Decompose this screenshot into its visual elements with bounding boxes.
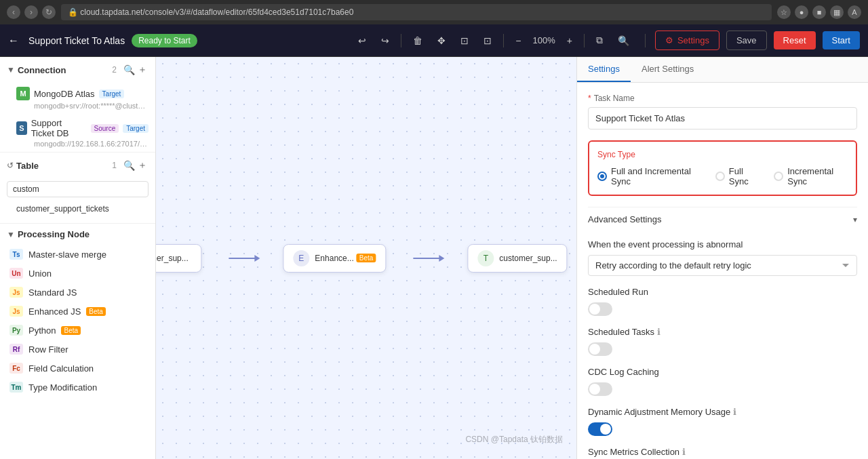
event-processing-select[interactable]: Retry according to the default retry log…: [588, 255, 857, 276]
advanced-chevron-icon: ▾: [853, 215, 857, 224]
reset-button[interactable]: Reset: [774, 31, 816, 49]
flow-node-enhance[interactable]: E Enhance... Beta: [283, 244, 386, 273]
profile-icon[interactable]: A: [848, 5, 861, 19]
task-name-field: * Task Name: [588, 94, 857, 129]
zoom-fit-button[interactable]: ⊡: [477, 32, 498, 49]
processing-item-field-calc[interactable]: Fc Field Calculation: [0, 359, 155, 378]
target-node-label: customer_sup...: [499, 254, 557, 263]
ext1-icon[interactable]: ●: [795, 5, 808, 19]
table-search-input[interactable]: [7, 181, 149, 197]
zoom-level: 100%: [530, 35, 558, 45]
address-bar[interactable]: 🔒 cloud.tapdata.net/console/v3/#/dataflo…: [61, 4, 772, 20]
canvas-area[interactable]: S ner_sup... E Enhance... Beta T custome…: [156, 57, 576, 459]
undo-button[interactable]: ↩: [352, 32, 372, 49]
field-calc-badge: Fc: [9, 363, 23, 374]
scheduled-tasks-toggle[interactable]: [588, 342, 612, 356]
sync-type-label: Sync Type: [597, 150, 848, 159]
forward-button[interactable]: ›: [24, 5, 38, 19]
connection-toggle-icon: ▼: [7, 65, 15, 75]
left-sidebar: ▼ Connection 2 🔍 ＋ M MongoDB Atlas Targe…: [0, 57, 156, 459]
scheduled-run-toggle[interactable]: [588, 302, 612, 316]
scheduled-run-setting: Scheduled Run: [588, 287, 857, 316]
advanced-settings-title: Advanced Settings: [588, 214, 661, 224]
table-add-icon[interactable]: ＋: [136, 158, 149, 173]
processing-item-union[interactable]: Un Union: [0, 264, 155, 283]
redo-button[interactable]: ↪: [375, 32, 395, 49]
task-name-input[interactable]: [588, 107, 857, 129]
union-badge: Un: [9, 268, 23, 279]
processing-item-python[interactable]: Py Python Beta: [0, 321, 155, 340]
sync-metrics-setting: Sync Metrics Collection ℹ: [588, 447, 857, 459]
ext3-icon[interactable]: ▦: [830, 5, 844, 19]
table-search-container: [0, 178, 155, 200]
processing-section-header[interactable]: ▼ Processing Node: [0, 224, 155, 245]
settings-button[interactable]: ⚙ Settings: [655, 31, 719, 50]
tab-settings[interactable]: Settings: [577, 57, 631, 82]
processing-item-type-mod[interactable]: Tm Type Modification: [0, 378, 155, 397]
scheduled-tasks-info-icon: ℹ: [657, 327, 660, 337]
support-ticket-db-url: mongodb://192.168.1.66:27017/st?authSou.…: [16, 140, 149, 148]
scheduled-tasks-setting: Scheduled Tasks ℹ: [588, 327, 857, 356]
connection-section-header[interactable]: ▼ Connection 2 🔍 ＋: [0, 57, 155, 83]
enhanced-js-label: Enhanced JS: [28, 306, 81, 317]
source-node-label: ner_sup...: [156, 254, 189, 263]
star-icon[interactable]: ☆: [777, 5, 791, 19]
field-calc-label: Field Calculation: [28, 363, 94, 374]
processing-item-standard-js[interactable]: Js Standard JS: [0, 283, 155, 302]
processing-item-master-slave[interactable]: Ts Master-slave merge: [0, 245, 155, 264]
connection-item-mongodb-atlas[interactable]: M MongoDB Atlas Target mongodb+srv://roo…: [0, 83, 155, 114]
union-label: Union: [28, 268, 52, 279]
cdc-log-setting: CDC Log Caching: [588, 367, 857, 396]
search-canvas-button[interactable]: 🔍: [612, 32, 635, 49]
toolbar-separator-3: [584, 34, 585, 47]
table-item-customer-support-tickets[interactable]: customer_support_tickets: [0, 200, 155, 218]
support-ticket-db-name: Support Ticket DB: [31, 118, 87, 138]
zoom-in-button[interactable]: +: [561, 32, 578, 49]
delete-button[interactable]: 🗑: [407, 32, 429, 49]
mongodb-atlas-name: MongoDB Atlas: [34, 89, 95, 99]
nav-back-button[interactable]: ←: [8, 35, 19, 47]
fit-button[interactable]: ⊡: [454, 32, 475, 49]
standard-js-badge: Js: [9, 287, 23, 298]
dynamic-memory-info-icon: ℹ: [733, 407, 736, 417]
tab-alert-settings[interactable]: Alert Settings: [631, 57, 705, 82]
ext2-icon[interactable]: ■: [812, 5, 826, 19]
sync-options: Full and Incremental Sync Full Sync Incr…: [597, 166, 848, 186]
zoom-out-button[interactable]: −: [509, 32, 527, 49]
sync-type-box: Sync Type Full and Incremental Sync Full…: [588, 140, 857, 196]
table-section-header[interactable]: ↺ Table 1 🔍 ＋: [0, 153, 155, 178]
toolbar-separator-4: [645, 34, 646, 47]
toolbar-separator-2: [503, 34, 504, 47]
processing-section: ▼ Processing Node Ts Master-slave merge …: [0, 223, 155, 397]
dynamic-memory-toggle[interactable]: [588, 422, 612, 436]
move-button[interactable]: ✥: [431, 32, 452, 49]
refresh-button[interactable]: ↻: [42, 5, 56, 19]
connection-add-icon[interactable]: ＋: [136, 62, 149, 77]
sync-option-full[interactable]: Full Sync: [715, 166, 760, 186]
sync-label-incremental: Incremental Sync: [787, 166, 848, 186]
table-search-icon[interactable]: 🔍: [122, 159, 136, 172]
back-button[interactable]: ‹: [7, 5, 20, 19]
sync-option-incremental[interactable]: Incremental Sync: [774, 166, 848, 186]
connection-item-support-ticket-db[interactable]: S Support Ticket DB Source Target mongod…: [0, 114, 155, 152]
advanced-settings-header[interactable]: Advanced Settings ▾: [588, 207, 857, 231]
toolbar-separator-1: [401, 34, 401, 47]
master-slave-badge: Ts: [9, 249, 23, 260]
start-button[interactable]: Start: [823, 31, 860, 49]
table-count: 1: [112, 161, 117, 170]
browser-chrome: ‹ › ↻ 🔒 cloud.tapdata.net/console/v3/#/d…: [0, 0, 868, 24]
connection-search-icon[interactable]: 🔍: [122, 63, 136, 77]
page-title: Support Ticket To Atlas: [28, 35, 125, 46]
sync-option-full-incremental[interactable]: Full and Incremental Sync: [597, 166, 702, 186]
copy-button[interactable]: ⧉: [590, 31, 609, 49]
save-button[interactable]: Save: [726, 31, 767, 50]
flow-node-target[interactable]: T customer_sup...: [467, 244, 567, 273]
type-mod-badge: Tm: [9, 382, 23, 393]
flow-node-source[interactable]: S ner_sup...: [156, 244, 201, 273]
processing-item-enhanced-js[interactable]: Js Enhanced JS Beta: [0, 302, 155, 321]
url-text: cloud.tapdata.net/console/v3/#/dataflow/…: [80, 7, 353, 17]
enhanced-js-beta-tag: Beta: [86, 307, 106, 316]
cdc-log-toggle[interactable]: [588, 382, 612, 396]
scheduled-run-label: Scheduled Run: [588, 287, 857, 297]
processing-item-row-filter[interactable]: Rf Row Filter: [0, 340, 155, 359]
